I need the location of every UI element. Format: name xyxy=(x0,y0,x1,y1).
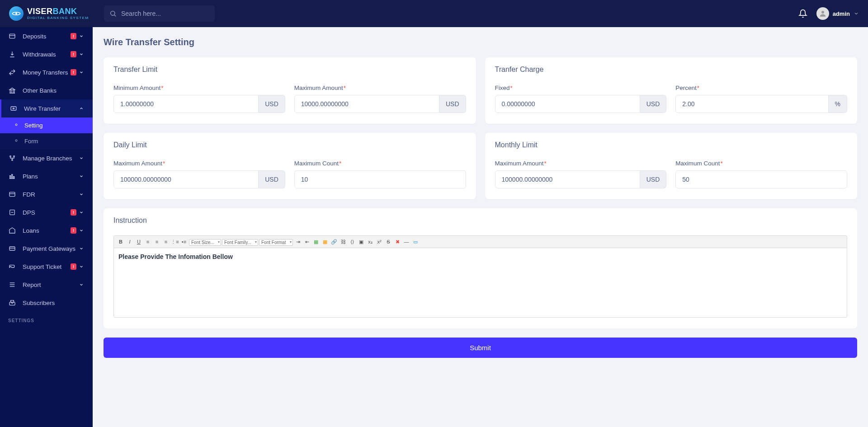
sidebar-item-manage-branches[interactable]: Manage Branches xyxy=(0,149,93,167)
svg-rect-17 xyxy=(9,192,15,196)
bell-icon[interactable] xyxy=(798,9,807,18)
fixed-input[interactable] xyxy=(495,95,640,113)
sub-item-form[interactable]: Form xyxy=(0,133,93,149)
sidebar-item-money-transfers[interactable]: Money Transfers ! xyxy=(0,63,93,81)
sub-item-label: Form xyxy=(24,138,38,145)
sidebar-item-support-ticket[interactable]: Support Ticket ! xyxy=(0,258,93,276)
underline-icon[interactable]: U xyxy=(135,238,143,246)
image-icon[interactable]: ▣ xyxy=(357,238,365,246)
sidebar-item-label: Money Transfers xyxy=(23,69,71,76)
monthly-limit-card: Monthly Limit Maximum Amount* USD Maximu… xyxy=(485,133,858,199)
chevron-down-icon xyxy=(854,11,859,16)
highlight-icon[interactable]: ▦ xyxy=(321,238,329,246)
sidebar-item-deposits[interactable]: Deposits ! xyxy=(0,27,93,45)
transfer-limit-card: Transfer Limit Minimum Amount* USD Maxim… xyxy=(104,57,476,124)
max-amount-label: Maximum Amount* xyxy=(294,84,466,91)
font-family-select[interactable]: Font Family... xyxy=(222,239,258,246)
search-icon xyxy=(109,10,117,17)
user-menu[interactable]: admin xyxy=(816,7,859,20)
sidebar-item-plans[interactable]: Plans xyxy=(0,167,93,185)
withdrawals-icon xyxy=(8,51,16,58)
transfer-charge-card: Tranfer Charge Fixed* USD Percent* % xyxy=(485,57,858,124)
svg-rect-16 xyxy=(14,177,14,179)
font-size-select[interactable]: Font Size... xyxy=(189,239,221,246)
sidebar-item-label: Deposits xyxy=(23,33,71,40)
unordered-list-icon[interactable]: •≡ xyxy=(180,238,188,246)
sidebar-item-fdr[interactable]: FDR xyxy=(0,185,93,203)
editor-body[interactable]: Please Provide The Infomation Bellow xyxy=(113,248,847,318)
outdent-icon[interactable]: ⇤ xyxy=(303,238,311,246)
percent-addon: % xyxy=(829,95,847,113)
chevron-down-icon xyxy=(79,69,85,76)
daily-max-amount-input[interactable] xyxy=(113,170,259,188)
page-title: Wire Transfer Setting xyxy=(104,37,857,47)
sidebar-item-subscribers[interactable]: Subscribers xyxy=(0,294,93,312)
percent-input[interactable] xyxy=(675,95,828,113)
search-input[interactable] xyxy=(104,5,215,22)
sidebar-item-dps[interactable]: DPS ! xyxy=(0,203,93,221)
monthly-max-count-input[interactable] xyxy=(675,170,847,188)
svg-point-13 xyxy=(12,160,13,161)
align-center-icon[interactable]: ≡ xyxy=(153,238,161,246)
superscript-icon[interactable]: x² xyxy=(375,238,383,246)
circle-icon xyxy=(14,122,19,129)
chevron-down-icon xyxy=(79,155,85,162)
card-title: Daily Limit xyxy=(113,141,466,149)
palette-icon[interactable]: ▦ xyxy=(312,238,320,246)
clear-format-icon[interactable]: ✖ xyxy=(393,238,401,246)
card-title: Tranfer Charge xyxy=(495,66,848,74)
currency-addon: USD xyxy=(259,95,285,113)
bank-icon xyxy=(8,87,16,94)
chevron-down-icon xyxy=(79,173,85,180)
strikethrough-icon[interactable]: S xyxy=(384,238,392,246)
logo[interactable]: VISERBANK DIGITAL BANKING SYSTEM xyxy=(9,6,93,21)
svg-point-10 xyxy=(15,140,17,141)
transfers-icon xyxy=(8,69,16,76)
svg-point-12 xyxy=(14,156,15,157)
subscript-icon[interactable]: x₂ xyxy=(366,238,374,246)
min-amount-input[interactable] xyxy=(113,95,259,113)
max-amount-input[interactable] xyxy=(294,95,439,113)
sidebar-item-payment-gateways[interactable]: Payment Gateways xyxy=(0,239,93,258)
sidebar-item-label: Manage Branches xyxy=(23,155,79,162)
currency-addon: USD xyxy=(259,170,285,188)
sub-item-setting[interactable]: Setting xyxy=(0,117,93,133)
ordered-list-icon[interactable]: ⋮≡ xyxy=(171,238,179,246)
sidebar-item-other-banks[interactable]: Other Banks xyxy=(0,81,93,99)
logo-bank: BANK xyxy=(53,7,77,16)
search-wrap xyxy=(104,5,215,22)
italic-icon[interactable]: I xyxy=(126,238,134,246)
sidebar-item-label: Plans xyxy=(23,173,79,180)
submit-button[interactable]: Submit xyxy=(104,338,857,358)
unlink-icon[interactable]: ⛓ xyxy=(339,238,347,246)
svg-point-0 xyxy=(15,13,17,14)
chevron-down-icon xyxy=(79,51,85,58)
align-left-icon[interactable]: ≡ xyxy=(144,238,152,246)
sidebar-item-report[interactable]: Report xyxy=(0,276,93,294)
indent-icon[interactable]: ⇥ xyxy=(294,238,302,246)
logo-subtext: DIGITAL BANKING SYSTEM xyxy=(27,16,89,20)
chevron-down-icon xyxy=(79,227,85,234)
bold-icon[interactable]: B xyxy=(117,238,125,246)
sidebar-item-withdrawals[interactable]: Withdrawals ! xyxy=(0,45,93,63)
instruction-card: Instruction B I U ≡ ≡ ≡ ⋮≡ •≡ Font Size.… xyxy=(104,208,857,328)
svg-point-11 xyxy=(10,156,11,157)
fixed-label: Fixed* xyxy=(495,84,667,91)
media-icon[interactable]: ▭ xyxy=(411,238,420,246)
fdr-icon xyxy=(8,191,16,198)
daily-max-count-label: Maximum Count* xyxy=(294,160,466,167)
hr-icon[interactable]: — xyxy=(402,238,410,246)
align-right-icon[interactable]: ≡ xyxy=(162,238,170,246)
daily-limit-card: Daily Limit Maximum Amount* USD Maximum … xyxy=(104,133,476,199)
alert-badge: ! xyxy=(71,263,76,270)
alert-badge: ! xyxy=(71,69,76,75)
sidebar-item-wire-transfer[interactable]: Wire Transfer xyxy=(0,99,93,117)
font-format-select[interactable]: Font Format xyxy=(259,239,293,246)
sidebar-item-loans[interactable]: Loans ! xyxy=(0,221,93,239)
monthly-max-amount-input[interactable] xyxy=(495,170,640,188)
daily-max-count-input[interactable] xyxy=(294,170,466,188)
card-title: Monthly Limit xyxy=(495,141,848,149)
code-icon[interactable]: ⟨⟩ xyxy=(348,238,356,246)
link-icon[interactable]: 🔗 xyxy=(330,238,338,246)
sidebar-item-label: Report xyxy=(23,282,79,288)
